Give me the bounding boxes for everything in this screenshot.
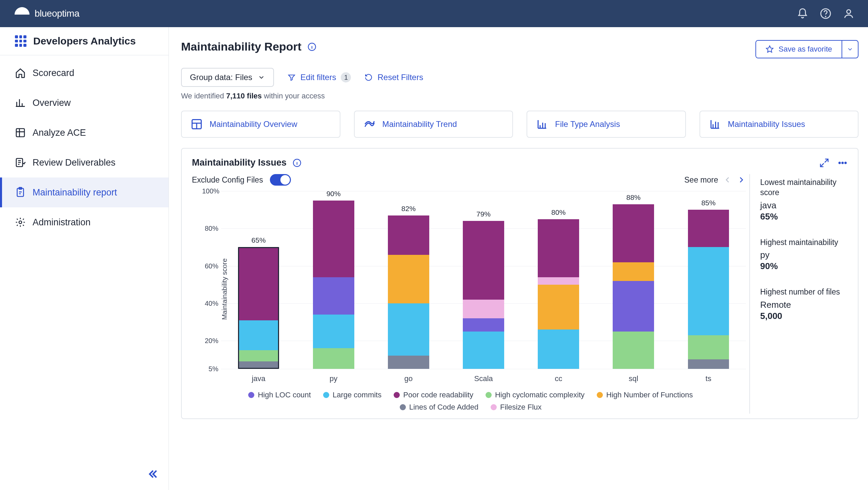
reset-filters-button[interactable]: Reset Filters [364,73,423,82]
bar-group[interactable]: 88% [596,191,671,369]
topbar: blueoptima [0,0,868,27]
legend-label: Poor code readability [403,391,473,399]
filter-icon [288,73,296,81]
bar-group[interactable]: 85% [671,191,746,369]
main-content: Maintainability Report Save as favorite … [169,27,868,490]
reset-icon [364,73,373,81]
bar-total-label: 65% [252,236,266,244]
tab-file-type-analysis[interactable]: File Type Analysis [527,111,686,138]
stat-label: Lowest maintainability score [760,177,848,198]
svg-point-3 [825,16,826,17]
legend-item[interactable]: Poor code readability [394,391,473,399]
stat-lowest: Lowest maintainability score java 65% [760,177,848,222]
chart-legend: High LOC countLarge commitsPoor code rea… [192,389,749,414]
expand-icon[interactable] [819,158,829,168]
bar-segment-lines [388,356,429,369]
stat-name: java [760,200,848,211]
user-icon[interactable] [843,8,854,19]
sidebar-item-review-deliverables[interactable]: Review Deliverables [0,148,169,177]
legend-item[interactable]: Lines of Code Added [400,403,478,412]
sidebar-item-analyze-ace[interactable]: Analyze ACE [0,118,169,148]
edit-filters-button[interactable]: Edit filters 1 [288,72,351,82]
edit-filters-label: Edit filters [300,73,336,82]
legend-item[interactable]: Large commits [323,391,381,399]
bell-icon[interactable] [797,8,808,19]
exclude-config-toggle[interactable] [270,174,291,186]
bar-segment-read [613,204,654,262]
x-label: cc [521,374,596,383]
bar-segment-large [388,303,429,356]
info-icon[interactable] [308,42,316,51]
legend-item[interactable]: High LOC count [248,391,311,399]
filter-row: Group data: Files Edit filters 1 Reset F… [181,68,859,87]
sidebar-item-label: Overview [33,98,71,108]
stat-label: Highest number of files [760,287,848,297]
see-more-link[interactable]: See more [684,175,718,185]
bar-segment-large [538,329,579,369]
svg-point-15 [845,162,847,164]
save-favorite-button[interactable]: Save as favorite [756,41,842,58]
bar-total-label: 90% [327,190,341,198]
bar-segment-lines [688,359,729,369]
help-icon[interactable] [820,8,831,19]
report-tabs: Maintainability Overview Maintainability… [181,111,859,138]
legend-label: High cyclomatic complexity [495,391,585,399]
exclude-config-label: Exclude Config Files [192,175,263,185]
bar-segment-lines [238,361,279,369]
bar-group[interactable]: 65% [221,191,296,369]
legend-dot-icon [597,392,603,398]
legend-item[interactable]: Filesize Flux [491,403,541,412]
bar-total-label: 82% [401,205,416,213]
info-icon[interactable] [293,158,301,167]
sidebar-item-maintainability-report[interactable]: Maintainability report [0,177,169,207]
sidebar-item-scorecard[interactable]: Scorecard [0,58,169,88]
bar-group[interactable]: 82% [371,191,446,369]
ytick-label: 100% [202,187,218,195]
bar-segment-flux [463,300,504,318]
bar-chart-icon [15,97,26,108]
more-icon[interactable] [837,158,848,168]
bar-segment-cyclo [613,332,654,369]
sidebar-item-administration[interactable]: Administration [0,207,169,237]
bar-line-icon [536,118,548,130]
tab-maintainability-overview[interactable]: Maintainability Overview [181,111,340,138]
legend-dot-icon [491,404,497,410]
sidebar-item-label: Maintainability report [33,187,117,198]
filter-count-badge: 1 [341,72,351,82]
bar-segment-loc [613,281,654,332]
x-label: Scala [446,374,521,383]
stat-value: 65% [760,211,848,222]
tab-label: Maintainability Trend [382,119,457,129]
chart-next-icon[interactable] [737,176,745,184]
collapse-sidebar-icon[interactable] [147,468,158,480]
brand-logo[interactable]: blueoptima [14,6,79,21]
svg-point-14 [842,162,844,164]
bar-group[interactable]: 90% [296,191,371,369]
bar-total-label: 88% [626,193,640,202]
stats-column: Lowest maintainability score java 65% Hi… [749,174,848,414]
bar-total-label: 85% [701,199,715,207]
legend-item[interactable]: High cyclomatic complexity [486,391,585,399]
legend-item[interactable]: High Number of Functions [597,391,693,399]
topbar-actions [797,8,854,19]
tab-maintainability-issues[interactable]: Maintainability Issues [699,111,859,138]
bar-segment-func [613,262,654,281]
x-label: java [221,374,296,383]
sidebar-item-label: Analyze ACE [33,128,86,138]
group-data-select[interactable]: Group data: Files [181,68,274,87]
panel-title: Maintainability Issues [192,157,287,168]
bar-total-label: 80% [551,208,566,216]
save-favorite-dropdown[interactable] [842,41,858,58]
bar-group[interactable]: 80% [521,191,596,369]
chart-column: Exclude Config Files See more Maintainab… [192,174,749,414]
legend-label: High LOC count [258,391,311,399]
bar-group[interactable]: 79% [446,191,521,369]
tab-maintainability-trend[interactable]: Maintainability Trend [354,111,513,138]
bar-segment-loc [463,318,504,332]
bar-segment-read [538,219,579,277]
apps-icon [15,35,26,47]
page-title: Maintainability Report [181,40,301,53]
sidebar-item-overview[interactable]: Overview [0,88,169,118]
chart-prev-icon[interactable] [724,176,732,184]
bar-segment-large [688,247,729,335]
